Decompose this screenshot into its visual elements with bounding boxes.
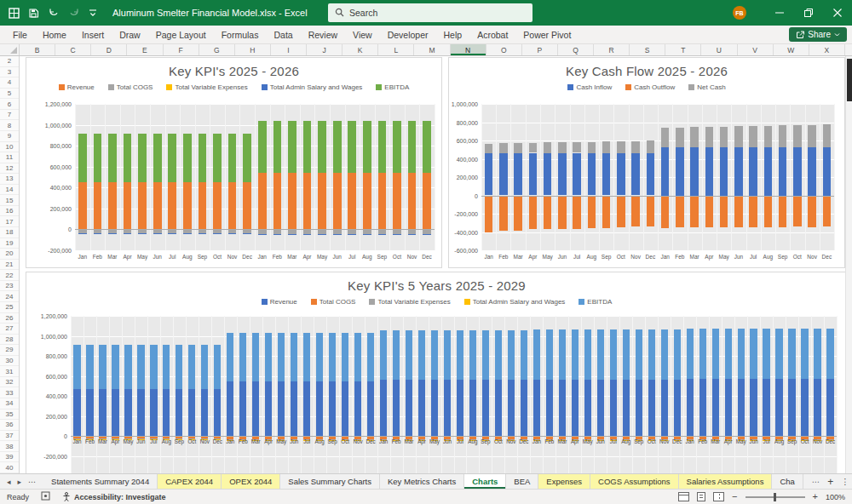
- row-header-11[interactable]: 11: [0, 152, 19, 163]
- sheet-tab-key-metrics-charts[interactable]: Key Metrics Charts: [380, 474, 464, 489]
- zoom-slider[interactable]: [746, 496, 805, 498]
- sheet-nav-forward-icon[interactable]: ▸: [18, 478, 22, 486]
- ribbon-tab-help[interactable]: Help: [436, 27, 470, 43]
- row-header-3[interactable]: 3: [0, 67, 19, 78]
- normal-view-button[interactable]: [678, 492, 689, 501]
- column-header-R[interactable]: R: [594, 44, 630, 55]
- row-header-14[interactable]: 14: [0, 185, 19, 196]
- column-header-O[interactable]: O: [486, 44, 522, 55]
- sheet-tab-bea[interactable]: BEA: [506, 474, 538, 489]
- row-header-36[interactable]: 36: [0, 420, 19, 431]
- row-header-39[interactable]: 39: [0, 452, 19, 463]
- row-header-21[interactable]: 21: [0, 260, 19, 271]
- row-header-2[interactable]: 2: [0, 56, 19, 67]
- close-button[interactable]: [823, 0, 852, 26]
- row-header-38[interactable]: 38: [0, 441, 19, 452]
- page-break-view-button[interactable]: [713, 492, 724, 501]
- account-avatar[interactable]: FB: [733, 6, 746, 20]
- customize-qat-icon[interactable]: [89, 9, 97, 18]
- sheet-tab-sales-summary-charts[interactable]: Sales Summary Charts: [280, 474, 380, 489]
- row-header-33[interactable]: 33: [0, 387, 19, 398]
- row-header-9[interactable]: 9: [0, 131, 19, 142]
- sheet-nav-back-icon[interactable]: ◂: [7, 478, 11, 486]
- row-header-28[interactable]: 28: [0, 335, 19, 346]
- column-header-E[interactable]: E: [127, 44, 163, 55]
- select-all-corner[interactable]: [0, 44, 20, 55]
- row-header-32[interactable]: 32: [0, 377, 19, 388]
- row-header-31[interactable]: 31: [0, 366, 19, 377]
- restore-button[interactable]: [794, 0, 823, 26]
- ribbon-tab-file[interactable]: File: [5, 27, 35, 43]
- ribbon-tab-home[interactable]: Home: [35, 27, 74, 43]
- vertical-scrollbar-thumb[interactable]: [847, 59, 852, 101]
- column-header-D[interactable]: D: [91, 44, 127, 55]
- sheet-tab-salaries-assumptions[interactable]: Salaries Assumptions: [679, 474, 773, 489]
- column-header-U[interactable]: U: [701, 44, 737, 55]
- ribbon-tab-draw[interactable]: Draw: [112, 27, 148, 43]
- ribbon-tab-formulas[interactable]: Formulas: [214, 27, 267, 43]
- row-header-6[interactable]: 6: [0, 99, 19, 110]
- search-box[interactable]: Search: [328, 3, 532, 22]
- row-header-34[interactable]: 34: [0, 398, 19, 410]
- row-header-7[interactable]: 7: [0, 110, 19, 121]
- row-header-24[interactable]: 24: [0, 291, 19, 302]
- column-header-F[interactable]: F: [164, 44, 199, 55]
- row-header-10[interactable]: 10: [0, 142, 19, 153]
- ribbon-tab-acrobat[interactable]: Acrobat: [469, 27, 515, 43]
- row-header-13[interactable]: 13: [0, 174, 19, 185]
- column-header-J[interactable]: J: [307, 44, 343, 55]
- sheet-tab-capex-2044[interactable]: CAPEX 2044: [158, 474, 222, 489]
- column-header-I[interactable]: I: [271, 44, 307, 55]
- row-header-12[interactable]: 12: [0, 163, 19, 175]
- tabbar-kebab-icon[interactable]: ⋮: [841, 477, 849, 486]
- accessibility-status[interactable]: Accessibility: Investigate: [62, 492, 166, 501]
- row-header-40[interactable]: 40: [0, 462, 19, 473]
- row-header-16[interactable]: 16: [0, 206, 19, 217]
- row-header-22[interactable]: 22: [0, 270, 19, 281]
- row-header-19[interactable]: 19: [0, 238, 19, 249]
- ribbon-tab-power-pivot[interactable]: Power Pivot: [515, 27, 579, 43]
- row-header-29[interactable]: 29: [0, 345, 19, 356]
- row-header-20[interactable]: 20: [0, 249, 19, 260]
- sheet-tab-expenses[interactable]: Expenses: [538, 474, 590, 489]
- sheet-tab-cogs-assumptions[interactable]: COGS Assumptions: [590, 474, 678, 489]
- share-button[interactable]: Share: [789, 27, 847, 42]
- zoom-out-button[interactable]: −: [732, 492, 737, 501]
- zoom-slider-thumb[interactable]: [774, 493, 776, 501]
- column-header-P[interactable]: P: [522, 44, 558, 55]
- column-header-L[interactable]: L: [378, 44, 414, 55]
- row-header-25[interactable]: 25: [0, 302, 19, 313]
- vertical-scrollbar[interactable]: [845, 56, 852, 473]
- sheet-tab-opex-2044[interactable]: OPEX 2044: [222, 474, 280, 489]
- row-header-15[interactable]: 15: [0, 195, 19, 206]
- column-header-H[interactable]: H: [235, 44, 271, 55]
- sheet-tab-statements-summary-2044[interactable]: Statements Summary 2044: [43, 474, 158, 489]
- save-icon[interactable]: [28, 8, 39, 19]
- row-header-30[interactable]: 30: [0, 356, 19, 367]
- column-header-N[interactable]: N: [451, 44, 486, 55]
- row-header-27[interactable]: 27: [0, 324, 19, 335]
- ribbon-tab-review[interactable]: Review: [301, 27, 345, 43]
- row-header-23[interactable]: 23: [0, 281, 19, 292]
- zoom-level[interactable]: 100%: [826, 493, 845, 501]
- sheet-tab-cha[interactable]: Cha: [772, 474, 803, 489]
- row-header-18[interactable]: 18: [0, 227, 19, 238]
- minimize-button[interactable]: [765, 0, 794, 26]
- row-header-26[interactable]: 26: [0, 313, 19, 324]
- row-header-35[interactable]: 35: [0, 410, 19, 421]
- column-header-S[interactable]: S: [630, 44, 665, 55]
- ribbon-tab-page-layout[interactable]: Page Layout: [148, 27, 214, 43]
- row-header-4[interactable]: 4: [0, 77, 19, 89]
- new-sheet-button[interactable]: +: [827, 476, 833, 488]
- page-layout-view-button[interactable]: [697, 492, 705, 501]
- ribbon-tab-insert[interactable]: Insert: [74, 27, 112, 43]
- row-header-37[interactable]: 37: [0, 431, 19, 442]
- chart-key-cash-flow-2025-2026[interactable]: Key Cash Flow 2025 - 2026 Cash InflowCas…: [448, 57, 845, 268]
- ribbon-tab-developer[interactable]: Developer: [380, 27, 436, 43]
- column-header-Q[interactable]: Q: [558, 44, 594, 55]
- chart-key-kpis-5-years-2025-2029[interactable]: Key KPI's 5 Years 2025 - 2029 RevenueTot…: [26, 272, 848, 473]
- row-header-5[interactable]: 5: [0, 89, 19, 100]
- column-header-T[interactable]: T: [665, 44, 701, 55]
- column-header-G[interactable]: G: [199, 44, 235, 55]
- column-header-V[interactable]: V: [738, 44, 774, 55]
